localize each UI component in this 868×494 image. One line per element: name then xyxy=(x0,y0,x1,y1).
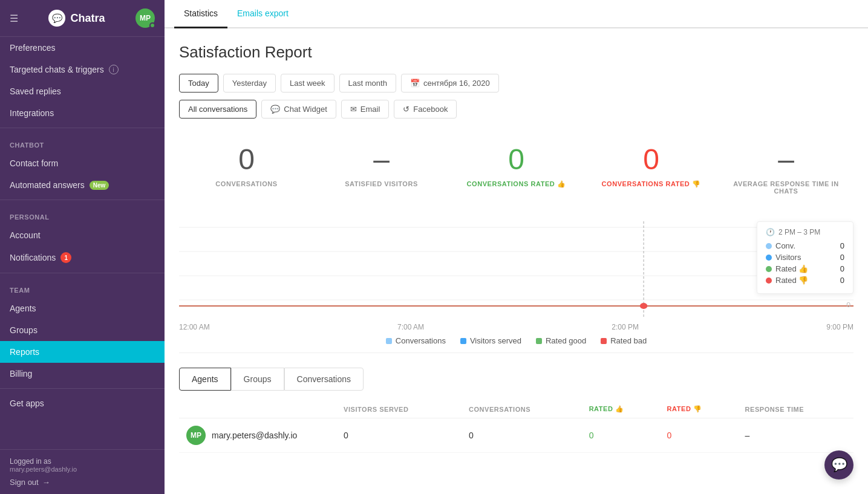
chat-widget-label: Chat Widget xyxy=(284,105,327,114)
chart-x-labels: 12:00 AM 7:00 AM 2:00 PM 9:00 PM xyxy=(179,320,853,331)
tooltip-row-conv: Conv. 0 xyxy=(766,241,844,250)
sidebar-item-integrations[interactable]: Integrations xyxy=(0,102,165,124)
chart-svg-wrapper: 0 xyxy=(179,221,853,320)
integrations-label: Integrations xyxy=(10,108,54,118)
chart-tooltip: 🕐 2 PM – 3 PM Conv. 0 Visitors 0 Rated 👍 xyxy=(757,221,853,294)
sidebar-item-groups[interactable]: Groups xyxy=(0,319,165,341)
stat-rated-good-value: 0 xyxy=(455,145,578,174)
date-picker-button[interactable]: 📅 сентября 16, 2020 xyxy=(401,74,499,93)
sidebar-item-reports[interactable]: Reports xyxy=(0,341,165,363)
svg-point-6 xyxy=(640,303,647,309)
date-filter-bar: Today Yesterday Last week Last month 📅 с… xyxy=(179,74,853,93)
legend-rated-good-label: Rated good xyxy=(546,336,586,345)
table-row: MP mary.peters@dashly.io 0 0 0 0 – xyxy=(179,418,853,453)
sign-out-label: Sign out xyxy=(10,478,39,487)
content-area: Satisfaction Report Today Yesterday Last… xyxy=(165,28,868,494)
personal-section-label: PERSONAL xyxy=(0,204,165,224)
stat-rated-good-label: CONVERSATIONS RATED 👍 xyxy=(455,180,578,188)
x-label-2: 2:00 PM xyxy=(612,323,639,331)
sidebar-item-targeted-chats[interactable]: Targeted chats & triggers i xyxy=(0,59,165,80)
rated-good-val: 0 xyxy=(840,264,844,273)
x-label-1: 7:00 AM xyxy=(397,323,424,331)
tab-agents[interactable]: Agents xyxy=(179,368,231,391)
logged-in-label: Logged in as xyxy=(10,457,155,466)
filter-last-week[interactable]: Last week xyxy=(281,74,334,93)
chart-legend: Conversations Visitors served Rated good… xyxy=(179,336,853,345)
account-label: Account xyxy=(10,230,41,240)
notifications-label: Notifications xyxy=(10,253,56,262)
channel-facebook[interactable]: ↺ Facebook xyxy=(394,100,457,119)
sidebar-item-preferences[interactable]: Preferences xyxy=(0,37,165,59)
chart-svg: 0 xyxy=(179,221,853,318)
agent-cell: MP mary.peters@dashly.io xyxy=(179,418,336,453)
sidebar-item-automated-answers[interactable]: Automated answers New xyxy=(0,174,165,196)
facebook-icon: ↺ xyxy=(403,105,410,114)
channel-all[interactable]: All conversations xyxy=(179,100,256,119)
menu-icon[interactable]: ☰ xyxy=(10,13,18,24)
stat-conversations: 0 CONVERSATIONS xyxy=(179,133,314,207)
tooltip-row-rated-good: Rated 👍 0 xyxy=(766,264,844,273)
rated-bad-dot xyxy=(766,278,772,284)
tooltip-time-range: 2 PM – 3 PM xyxy=(778,228,820,236)
sidebar-item-account[interactable]: Account xyxy=(0,224,165,246)
legend-rated-good: Rated good xyxy=(536,336,586,345)
legend-rated-bad-dot xyxy=(601,338,607,344)
channel-email[interactable]: ✉ Email xyxy=(341,100,390,119)
billing-label: Billing xyxy=(10,369,32,379)
rated-bad-label: Rated 👎 xyxy=(775,276,837,285)
sidebar-item-notifications[interactable]: Notifications 1 xyxy=(0,246,165,269)
sidebar-bottom: Logged in as mary.peters@dashly.io Sign … xyxy=(0,449,165,494)
conv-label: Conv. xyxy=(775,241,837,250)
avatar[interactable]: MP xyxy=(135,8,155,28)
stat-rated-good: 0 CONVERSATIONS RATED 👍 xyxy=(449,133,584,207)
avatar-initials: MP xyxy=(140,14,151,22)
sidebar-item-agents[interactable]: Agents xyxy=(0,297,165,319)
x-label-3: 9:00 PM xyxy=(826,323,853,331)
rated-good-label: Rated 👍 xyxy=(775,264,837,273)
col-conversations: CONVERSATIONS xyxy=(462,400,582,418)
cell-rated-bad: 0 xyxy=(660,418,738,453)
stat-satisfied-label: SATISFIED VISITORS xyxy=(320,180,443,187)
sidebar-item-get-apps[interactable]: Get apps xyxy=(0,392,165,414)
svg-text:0: 0 xyxy=(846,302,850,308)
col-rated-bad: RATED 👎 xyxy=(660,400,738,418)
tab-conversations[interactable]: Conversations xyxy=(284,368,364,391)
x-label-0: 12:00 AM xyxy=(179,323,210,331)
visitors-dot xyxy=(766,255,772,261)
app-name: Chatra xyxy=(70,12,105,25)
clock-icon: 🕐 xyxy=(766,228,775,236)
team-section-label: TEAM xyxy=(0,277,165,297)
rated-good-dot xyxy=(766,266,772,272)
sidebar-logo: 💬 Chatra xyxy=(48,10,105,27)
col-response-time: RESPONSE TIME xyxy=(738,400,853,418)
float-chat-button[interactable]: 💬 xyxy=(824,450,853,479)
filter-today[interactable]: Today xyxy=(179,74,218,93)
tab-statistics[interactable]: Statistics xyxy=(174,0,227,28)
sidebar-item-billing[interactable]: Billing xyxy=(0,363,165,385)
online-badge xyxy=(149,22,155,28)
stat-avg-response-value: – xyxy=(725,145,847,174)
stat-satisfied-visitors: – SATISFIED VISITORS xyxy=(314,133,449,207)
col-visitors-served: VISITORS SERVED xyxy=(336,400,462,418)
cell-conversations: 0 xyxy=(462,418,582,453)
page-title: Satisfaction Report xyxy=(179,43,853,62)
stat-conversations-value: 0 xyxy=(185,145,308,174)
filter-last-month[interactable]: Last month xyxy=(339,74,396,93)
legend-rated-good-dot xyxy=(536,338,542,344)
sidebar-item-saved-replies[interactable]: Saved replies xyxy=(0,80,165,102)
filter-yesterday[interactable]: Yesterday xyxy=(223,74,276,93)
rated-bad-val: 0 xyxy=(840,276,844,285)
targeted-chats-info-icon[interactable]: i xyxy=(109,65,119,74)
sidebar-item-contact-form[interactable]: Contact form xyxy=(0,152,165,174)
table-body: MP mary.peters@dashly.io 0 0 0 0 – xyxy=(179,418,853,453)
chatbot-section-label: CHATBOT xyxy=(0,132,165,152)
facebook-label: Facebook xyxy=(413,105,448,114)
tab-emails-export[interactable]: Emails export xyxy=(227,0,298,28)
stat-satisfied-value: – xyxy=(320,145,443,174)
tab-groups[interactable]: Groups xyxy=(231,368,284,391)
automated-answers-label: Automated answers xyxy=(10,180,85,190)
sign-out-button[interactable]: Sign out → xyxy=(10,478,155,487)
stat-conversations-label: CONVERSATIONS xyxy=(185,180,308,187)
sidebar: ☰ 💬 Chatra MP Preferences Targeted chats… xyxy=(0,0,165,494)
channel-chat-widget[interactable]: 💬 Chat Widget xyxy=(261,100,336,119)
